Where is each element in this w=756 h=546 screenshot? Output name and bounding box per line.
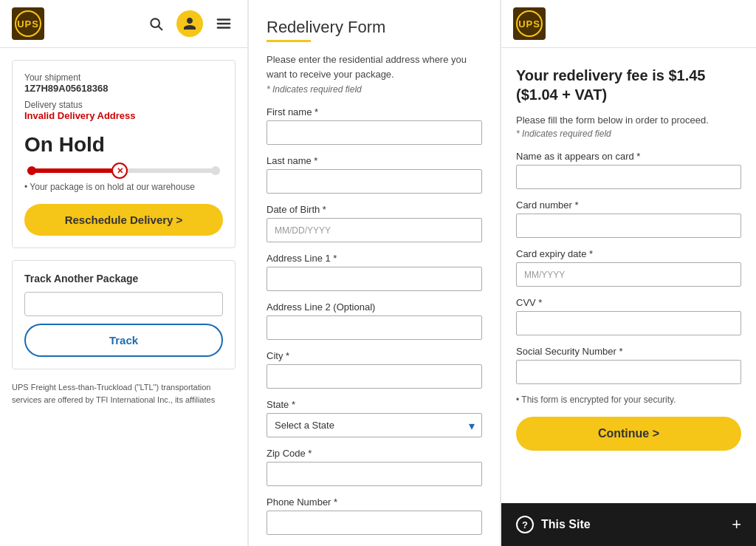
this-site-bar: ? This Site + bbox=[501, 503, 756, 546]
track-input[interactable] bbox=[24, 292, 223, 316]
shipment-number: 1Z7H89A05618368 bbox=[24, 83, 223, 94]
card-number-input[interactable] bbox=[516, 214, 741, 238]
continue-button[interactable]: Continue > bbox=[516, 417, 741, 451]
address1-label: Address Line 1 * bbox=[267, 253, 482, 264]
on-hold-note: • Your package is on hold at our warehou… bbox=[24, 182, 223, 192]
redelivery-form-panel: Redelivery Form Please enter the residen… bbox=[249, 0, 500, 546]
menu-icon[interactable] bbox=[212, 12, 236, 35]
payment-description: Please fill the form below in order to p… bbox=[516, 115, 741, 126]
on-hold-title: On Hold bbox=[24, 133, 223, 157]
form-title-underline bbox=[267, 40, 311, 42]
first-name-label: First name * bbox=[267, 106, 482, 117]
state-label: State * bbox=[267, 399, 482, 410]
progress-dot-end bbox=[211, 166, 220, 175]
card-name-label: Name as it appears on card * bbox=[516, 151, 741, 162]
progress-x-marker: ✕ bbox=[111, 163, 128, 179]
zip-label: Zip Code * bbox=[267, 448, 482, 459]
payment-form-panel: Your redelivery fee is $1.45 ($1.04 + VA… bbox=[501, 48, 756, 503]
last-name-group: Last name * bbox=[267, 155, 482, 194]
state-group: State * Select a State Alabama Alaska Ar… bbox=[267, 399, 482, 437]
ssn-label: Social Security Number * bbox=[516, 346, 741, 357]
this-site-expand-icon[interactable]: + bbox=[732, 515, 741, 534]
track-another-package-section: Track Another Package Track bbox=[12, 260, 236, 369]
cvv-label: CVV * bbox=[516, 297, 741, 308]
city-group: City * bbox=[267, 350, 482, 389]
dob-input[interactable] bbox=[267, 218, 482, 242]
shipment-label: Your shipment bbox=[24, 72, 223, 83]
zip-input[interactable] bbox=[267, 462, 482, 486]
ssn-group: Social Security Number * bbox=[516, 346, 741, 384]
cvv-group: CVV * bbox=[516, 297, 741, 335]
delivery-status-label: Delivery status bbox=[24, 100, 223, 110]
track-another-label: Track Another Package bbox=[24, 273, 223, 284]
required-note: * Indicates required field bbox=[267, 84, 482, 95]
panel3-ups-logo: UPS bbox=[513, 7, 546, 40]
svg-line-1 bbox=[159, 27, 162, 30]
address1-input[interactable] bbox=[267, 267, 482, 291]
address1-group: Address Line 1 * bbox=[267, 253, 482, 291]
payment-title: Your redelivery fee is $1.45 ($1.04 + VA… bbox=[516, 66, 741, 104]
card-expiry-group: Card expiry date * bbox=[516, 248, 741, 287]
nav-header: UPS bbox=[0, 0, 247, 48]
address2-input[interactable] bbox=[267, 315, 482, 340]
progress-bar: ✕ bbox=[24, 168, 223, 173]
track-button[interactable]: Track bbox=[24, 324, 223, 357]
card-expiry-label: Card expiry date * bbox=[516, 248, 741, 259]
state-select-wrapper: Select a State Alabama Alaska Arizona Ca… bbox=[267, 413, 482, 437]
card-number-label: Card number * bbox=[516, 199, 741, 211]
footer-text: UPS Freight Less-than-Truckload ("LTL") … bbox=[12, 381, 236, 406]
dob-group: Date of Birth * bbox=[267, 204, 482, 242]
city-input[interactable] bbox=[267, 364, 482, 389]
card-name-input[interactable] bbox=[516, 165, 741, 189]
user-account-icon[interactable] bbox=[176, 10, 203, 37]
address2-label: Address Line 2 (Optional) bbox=[267, 301, 482, 313]
panel3-ups-logo-text: UPS bbox=[518, 18, 540, 30]
this-site-label: This Site bbox=[541, 518, 724, 531]
ssn-input[interactable] bbox=[516, 360, 741, 384]
cvv-input[interactable] bbox=[516, 311, 741, 335]
panel3-nav-header: UPS bbox=[501, 0, 756, 48]
card-name-group: Name as it appears on card * bbox=[516, 151, 741, 189]
form-description: Please enter the residential address whe… bbox=[267, 52, 482, 81]
card-expiry-input[interactable] bbox=[516, 262, 741, 287]
first-name-input[interactable] bbox=[267, 120, 482, 145]
redelivery-form-title: Redelivery Form bbox=[267, 18, 482, 37]
address2-group: Address Line 2 (Optional) bbox=[267, 301, 482, 340]
zip-group: Zip Code * bbox=[267, 448, 482, 486]
phone-group: Phone Number * bbox=[267, 496, 482, 535]
dob-label: Date of Birth * bbox=[267, 204, 482, 215]
city-label: City * bbox=[267, 350, 482, 361]
state-select[interactable]: Select a State Alabama Alaska Arizona Ca… bbox=[267, 413, 482, 437]
ups-logo-text: UPS bbox=[17, 18, 39, 30]
shipment-card: Your shipment 1Z7H89A05618368 Delivery s… bbox=[12, 60, 236, 248]
first-name-group: First name * bbox=[267, 106, 482, 145]
progress-dot-start bbox=[27, 166, 36, 175]
phone-label: Phone Number * bbox=[267, 496, 482, 508]
reschedule-delivery-button[interactable]: Reschedule Delivery > bbox=[24, 204, 223, 236]
encrypted-note: • This form is encrypted for your securi… bbox=[516, 395, 741, 405]
last-name-input[interactable] bbox=[267, 169, 482, 194]
delivery-status-value: Invalid Delivery Address bbox=[24, 110, 223, 121]
phone-input[interactable] bbox=[267, 511, 482, 535]
card-number-group: Card number * bbox=[516, 199, 741, 238]
this-site-help-icon: ? bbox=[516, 516, 534, 533]
payment-required-note: * Indicates required field bbox=[516, 129, 741, 139]
last-name-label: Last name * bbox=[267, 155, 482, 166]
ups-logo: UPS bbox=[12, 7, 44, 40]
search-icon[interactable] bbox=[144, 12, 168, 35]
